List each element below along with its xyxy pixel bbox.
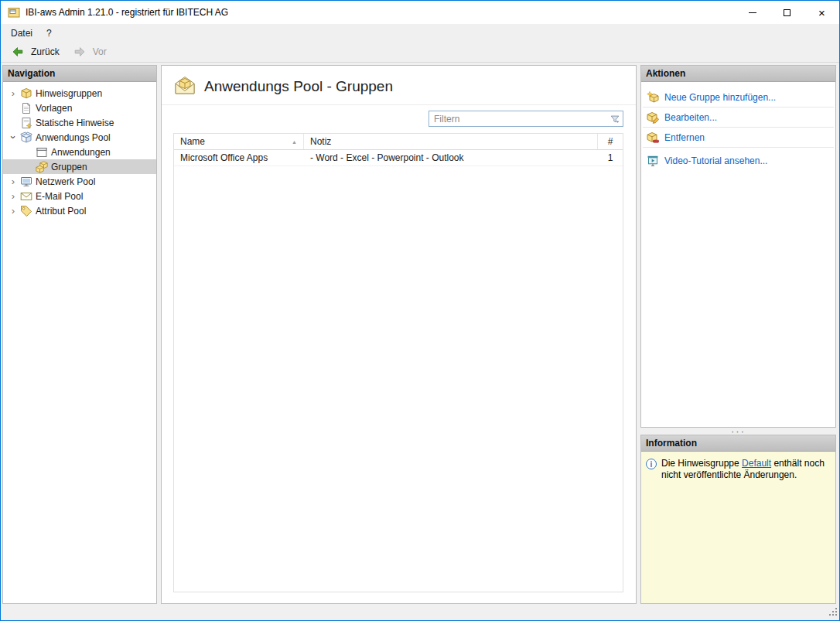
sidebar-item-attribut-pool[interactable]: › Attribut Pool [3, 203, 156, 218]
main-panel: Anwendungs Pool - Gruppen Name ▲ [161, 65, 637, 604]
resize-grip[interactable] [828, 607, 838, 619]
app-icon [8, 6, 20, 19]
action-label: Bearbeiten... [664, 112, 717, 123]
templates-icon [20, 102, 32, 114]
info-icon: i [646, 459, 657, 469]
info-text-before: Die Hinweisgruppe [661, 458, 739, 469]
right-column: Aktionen Neue Gruppe hinzufügen... Bear [640, 65, 836, 604]
filter-funnel-icon[interactable] [607, 111, 623, 126]
information-text: Die Hinweisgruppe Default enthält noch n… [661, 458, 825, 481]
sort-ascending-icon: ▲ [292, 139, 297, 145]
forward-label: Vor [93, 46, 107, 57]
cell-notiz: - Word - Excel - Powerpoint - Outlook [304, 152, 598, 163]
information-header: Information [641, 435, 835, 452]
column-header-count-label: # [608, 136, 613, 147]
filter-input[interactable] [429, 111, 607, 126]
app-window: IBI-aws Admin 1.21.0 - registriert für I… [0, 0, 840, 621]
application-pool-icon [20, 131, 32, 144]
cell-name: Microsoft Office Apps [174, 152, 304, 163]
sidebar-item-anwendungs-pool[interactable]: › Anwendungs Pool [3, 130, 156, 145]
chevron-right-icon[interactable]: › [8, 206, 19, 216]
tree-item-label: Statische Hinweise [36, 118, 114, 128]
window-title: IBI-aws Admin 1.21.0 - registriert für I… [26, 7, 735, 18]
chevron-right-icon[interactable]: › [8, 88, 19, 98]
actions-panel: Aktionen Neue Gruppe hinzufügen... Bear [640, 65, 836, 428]
action-video-tutorial[interactable]: Video-Tutorial ansehen... [641, 151, 835, 170]
groups-icon [36, 161, 48, 173]
divider [643, 147, 834, 148]
tree-item-label: Netzwerk Pool [36, 176, 95, 187]
maximize-button[interactable] [770, 1, 804, 24]
menu-bar: Datei ? [1, 24, 839, 42]
default-group-link[interactable]: Default [742, 458, 771, 469]
action-label: Neue Gruppe hinzufügen... [664, 92, 776, 103]
status-bar [1, 604, 839, 620]
filter-box [429, 111, 623, 127]
tree-item-label: Anwendungs Pool [36, 132, 111, 143]
network-pool-icon [20, 176, 32, 188]
maximize-icon [784, 9, 790, 16]
information-panel: Information i Die Hinweisgruppe Default … [640, 435, 836, 604]
column-header-notiz-label: Notiz [310, 136, 331, 147]
chevron-right-icon[interactable]: › [8, 191, 19, 201]
filter-row [162, 105, 636, 133]
tree-item-label: Attribut Pool [36, 206, 86, 217]
forward-arrow-icon [73, 46, 86, 58]
attribute-pool-icon [20, 205, 32, 217]
tree-item-label: Anwendungen [51, 147, 111, 158]
navigation-header: Navigation [3, 66, 156, 82]
back-label: Zurück [31, 46, 60, 57]
sidebar-item-gruppen[interactable]: › Gruppen [3, 159, 156, 174]
sidebar-item-statische-hinweise[interactable]: › Statische Hinweise [3, 115, 156, 130]
page-title: Anwendungs Pool - Gruppen [204, 78, 393, 95]
table-row[interactable]: Microsoft Office Apps - Word - Excel - P… [174, 150, 623, 166]
sidebar-item-vorlagen[interactable]: › Vorlagen [3, 101, 156, 115]
static-notices-icon [20, 117, 32, 129]
chevron-right-icon[interactable]: › [8, 176, 19, 186]
panel-splitter[interactable]: ··· [640, 428, 836, 435]
close-button[interactable]: × [804, 1, 839, 24]
sidebar-item-email-pool[interactable]: › E-Mail Pool [3, 189, 156, 203]
sidebar-item-netzwerk-pool[interactable]: › Netzwerk Pool [3, 174, 156, 189]
navigation-tree: › Hinweisgruppen › Vorlagen › [3, 82, 156, 218]
email-pool-icon [20, 190, 32, 203]
tree-item-label: Hinweisgruppen [36, 88, 102, 99]
action-edit[interactable]: Bearbeiten... [641, 107, 835, 127]
action-label: Entfernen [664, 132, 705, 143]
action-list: Neue Gruppe hinzufügen... Bearbeiten... [641, 82, 835, 170]
menu-help[interactable]: ? [39, 26, 59, 41]
sidebar-item-hinweisgruppen[interactable]: › Hinweisgruppen [3, 86, 156, 101]
column-header-name-label: Name [180, 136, 205, 147]
column-header-count[interactable]: # [598, 134, 623, 149]
column-header-name[interactable]: Name ▲ [174, 134, 304, 149]
groups-table: Name ▲ Notiz # Microsoft Office Apps - W… [173, 133, 623, 592]
action-remove[interactable]: Entfernen [641, 128, 835, 147]
close-icon: × [818, 7, 825, 19]
cell-count: 1 [598, 152, 623, 163]
action-label: Video-Tutorial ansehen... [664, 155, 767, 166]
navigation-panel: Navigation › Hinweisgruppen › Vorlagen [2, 65, 157, 604]
title-bar: IBI-aws Admin 1.21.0 - registriert für I… [1, 1, 839, 24]
notice-groups-icon [20, 87, 32, 100]
page-header: Anwendungs Pool - Gruppen [162, 66, 636, 105]
chevron-down-icon[interactable]: › [9, 132, 19, 143]
actions-header: Aktionen [641, 66, 835, 82]
action-add-group[interactable]: Neue Gruppe hinzufügen... [641, 87, 835, 107]
window-body: Navigation › Hinweisgruppen › Vorlagen [1, 63, 839, 604]
tree-item-label: E-Mail Pool [36, 191, 83, 202]
back-button[interactable]: Zurück [5, 43, 65, 60]
tree-item-label: Vorlagen [36, 103, 72, 114]
forward-button: Vor [67, 43, 112, 60]
sidebar-item-anwendungen[interactable]: › Anwendungen [3, 145, 156, 159]
toolbar: Zurück Vor [1, 42, 839, 63]
tree-item-label: Gruppen [51, 162, 87, 172]
groups-page-icon [174, 74, 196, 98]
column-header-notiz[interactable]: Notiz [304, 134, 598, 149]
video-tutorial-icon [647, 155, 659, 167]
menu-datei[interactable]: Datei [4, 26, 39, 41]
minimize-button[interactable] [735, 1, 770, 24]
add-group-icon [647, 91, 659, 104]
table-header-row: Name ▲ Notiz # [174, 134, 623, 150]
information-body: i Die Hinweisgruppe Default enthält noch… [641, 452, 835, 603]
back-arrow-icon [12, 46, 24, 58]
